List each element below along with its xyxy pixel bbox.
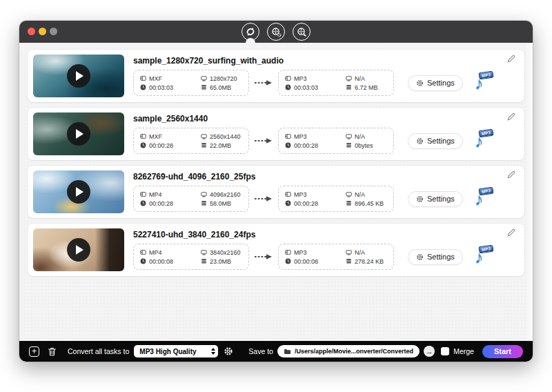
mp3-badge: MP3 (478, 187, 493, 196)
profile-value: MP3 High Quality (139, 348, 196, 355)
convert-all-label: Convert all tasks to (68, 347, 129, 355)
play-button[interactable] (67, 64, 90, 88)
traffic-lights (28, 28, 57, 35)
video-thumbnail[interactable] (33, 228, 124, 271)
output-format-icon[interactable]: ♪ MP3 (473, 188, 493, 210)
active-tab-notch (246, 38, 255, 43)
output-format: MP3 (285, 133, 346, 140)
play-button[interactable] (67, 238, 90, 262)
output-resolution-value: N/A (355, 75, 365, 82)
video-title: sample_2560x1440 (133, 114, 493, 124)
film-icon (140, 75, 146, 81)
database-icon (346, 84, 352, 90)
row-line: MP4 3840x2160 00:00:08 23.0MB MP3 N/A 00… (133, 244, 493, 270)
source-size-value: 23.0MB (210, 258, 231, 265)
settings-button[interactable]: Settings (408, 191, 463, 207)
database-icon (346, 258, 352, 264)
source-duration-value: 00:00:28 (149, 142, 173, 149)
tab-video-tools[interactable] (267, 23, 285, 41)
source-format: MXF (140, 133, 201, 140)
play-button[interactable] (67, 122, 90, 146)
task-row: 8262769-uhd_4096_2160_25fps MP4 4096x216… (28, 166, 524, 218)
play-button[interactable] (67, 180, 90, 204)
rename-pencil-icon[interactable] (506, 170, 516, 179)
task-row: 5227410-uhd_3840_2160_24fps MP4 3840x216… (28, 224, 524, 276)
output-duration-value: 00:03:03 (294, 84, 318, 91)
minimize-button[interactable] (39, 28, 46, 35)
video-title: sample_1280x720_surfing_with_audio (133, 56, 493, 66)
output-info-box: MP3 N/A 00:00:08 278.24 KB (278, 244, 394, 270)
video-thumbnail[interactable] (33, 112, 124, 155)
profile-gear-icon[interactable] (224, 346, 233, 356)
add-file-button[interactable]: + (29, 346, 39, 357)
output-format-icon[interactable]: ♪ MP3 (473, 130, 493, 152)
clock-icon (140, 258, 146, 264)
merge-checkbox[interactable] (441, 347, 449, 355)
source-size: 65.0MB (201, 84, 242, 91)
clock-icon (140, 84, 146, 90)
video-thumbnail[interactable] (33, 55, 124, 97)
rename-pencil-icon[interactable] (506, 228, 516, 237)
gear-icon (416, 79, 424, 87)
output-format-icon[interactable]: ♪ MP3 (473, 72, 493, 94)
display-icon (346, 191, 352, 197)
output-duration-value: 00:00:08 (294, 258, 318, 265)
rename-pencil-icon[interactable] (506, 54, 516, 63)
scrollbar-track[interactable] (526, 43, 533, 341)
arrow-right-icon: → (425, 347, 433, 355)
settings-button[interactable]: Settings (408, 75, 463, 91)
output-format-value: MP3 (294, 133, 307, 140)
convert-arrow-icon (255, 253, 273, 260)
task-row: sample_2560x1440 MXF 2560x1440 00:00:28 … (28, 108, 524, 160)
trash-icon[interactable] (47, 346, 57, 357)
database-icon (346, 200, 352, 206)
output-format: MP3 (285, 191, 346, 198)
settings-label: Settings (427, 79, 455, 87)
output-size-value: 6.72 MB (355, 84, 378, 91)
display-icon (346, 133, 352, 139)
output-info-box: MP3 N/A 00:00:28 0bytes (278, 128, 394, 154)
source-duration: 00:00:28 (140, 142, 201, 149)
start-button[interactable]: Start (482, 345, 523, 358)
settings-label: Settings (427, 253, 455, 261)
output-resolution-value: N/A (355, 191, 365, 198)
convert-arrow-icon (255, 195, 273, 202)
open-folder-button[interactable]: → (424, 346, 435, 357)
row-content: 5227410-uhd_3840_2160_24fps MP4 3840x216… (124, 230, 493, 270)
source-info-box: MP4 4096x2160 00:00:28 58.0MB (133, 186, 249, 212)
settings-label: Settings (427, 195, 455, 203)
output-size-value: 278.24 KB (355, 258, 384, 265)
zoom-button[interactable] (50, 28, 57, 35)
source-format: MP4 (140, 191, 201, 198)
rename-pencil-icon[interactable] (506, 112, 516, 121)
source-duration: 00:00:28 (140, 200, 201, 207)
source-size: 58.0MB (201, 200, 242, 207)
output-size: 278.24 KB (346, 258, 387, 265)
output-info-box: MP3 N/A 00:00:28 896.45 KB (278, 186, 394, 212)
gear-icon (416, 195, 424, 203)
close-button[interactable] (28, 28, 35, 35)
output-profile-select[interactable]: MP3 High Quality (134, 345, 218, 357)
output-format-icon[interactable]: ♪ MP3 (473, 246, 493, 268)
output-size: 896.45 KB (346, 200, 387, 207)
settings-button[interactable]: Settings (408, 249, 463, 265)
output-format-value: MP3 (294, 75, 307, 82)
task-list: sample_1280x720_surfing_with_audio MXF 1… (19, 43, 533, 341)
source-resolution: 2560x1440 (201, 133, 242, 140)
video-thumbnail[interactable] (33, 170, 124, 213)
output-path-field[interactable]: /Users/apple/Movie...onverter/Converted (277, 345, 420, 357)
output-size-value: 0bytes (355, 142, 373, 149)
output-duration: 00:00:08 (285, 258, 346, 265)
output-size: 6.72 MB (346, 84, 387, 91)
source-resolution: 1280x720 (201, 75, 242, 82)
tab-video-editor[interactable] (293, 23, 310, 41)
clock-icon (140, 200, 146, 206)
source-format-value: MXF (149, 75, 162, 82)
settings-button[interactable]: Settings (408, 133, 463, 149)
gear-icon (416, 137, 424, 145)
source-size-value: 58.0MB (210, 200, 231, 207)
stepper-icon (211, 348, 215, 355)
clock-icon (140, 142, 146, 148)
output-size: 0bytes (346, 142, 387, 149)
display-icon (201, 249, 207, 255)
